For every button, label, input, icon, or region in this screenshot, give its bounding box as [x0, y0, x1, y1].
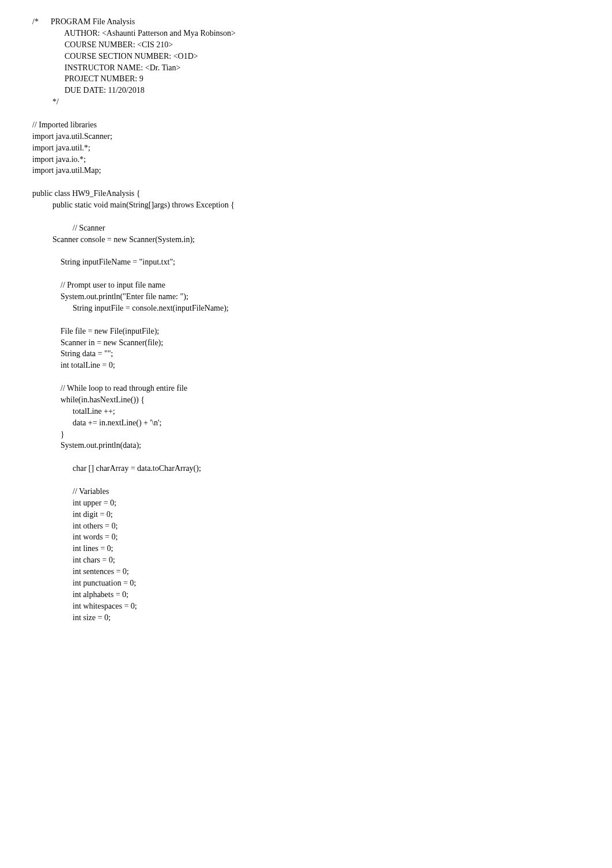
source-code: /* PROGRAM File Analysis AUTHOR: <Ashaun… — [32, 16, 580, 623]
